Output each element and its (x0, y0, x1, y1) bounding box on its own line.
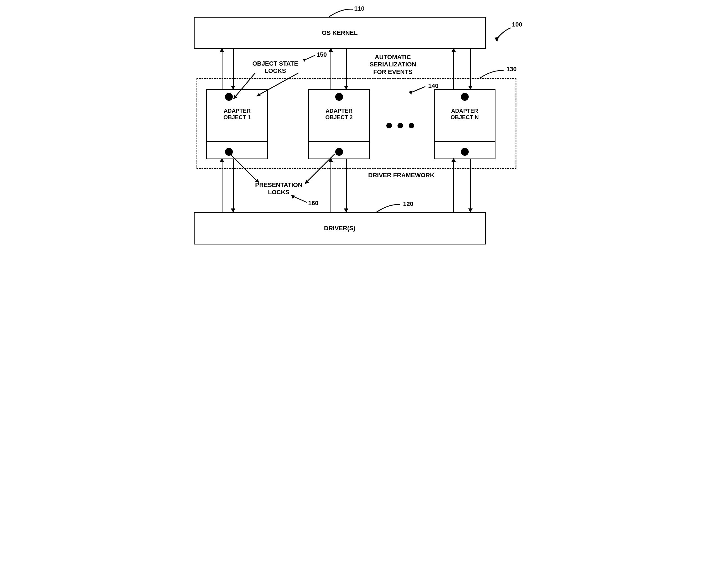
state-lock-dot-2 (335, 93, 343, 101)
ref-100-leader (494, 26, 513, 42)
ref-140: 140 (428, 82, 438, 90)
ref-130: 130 (506, 66, 517, 73)
svg-marker-0 (494, 37, 499, 42)
adapter-1-label: ADAPTER OBJECT 1 (224, 108, 251, 121)
ref-130-leader (479, 69, 506, 80)
serialization-label: AUTOMATIC SERIALIZATION FOR EVENTS (370, 53, 416, 76)
ref-150: 150 (317, 51, 327, 58)
adapter-object-n: ADAPTER OBJECT N (434, 89, 496, 159)
ref-120: 120 (403, 200, 413, 208)
adapter-n-label: ADAPTER OBJECT N (450, 108, 479, 121)
ellipsis-dot (409, 123, 414, 128)
driver-framework-label: DRIVER FRAMEWORK (368, 172, 434, 179)
ref-110-leader (328, 7, 355, 18)
svg-marker-1 (303, 59, 306, 62)
ref-160: 160 (308, 200, 318, 207)
ref-110: 110 (354, 5, 365, 12)
driver-framework-diagram: 100 OS KERNEL 110 AUTOMATIC SERIALIZATIO… (191, 11, 537, 282)
adapter-2-label: ADAPTER OBJECT 2 (325, 108, 353, 121)
state-lock-dot-1 (225, 93, 233, 101)
svg-marker-2 (409, 91, 412, 95)
adapter-object-1: ADAPTER OBJECT 1 (206, 89, 268, 159)
ref-160-leader (290, 194, 310, 205)
ref-100: 100 (512, 21, 522, 28)
ref-140-leader (406, 85, 428, 95)
ellipsis-dot (386, 123, 392, 128)
drivers-label: DRIVER(S) (324, 225, 355, 232)
presentation-lock-dot-2 (335, 148, 343, 156)
adapter-object-2: ADAPTER OBJECT 2 (308, 89, 370, 159)
state-lock-dot-n (461, 93, 469, 101)
os-kernel-box: OS KERNEL (194, 17, 486, 49)
drivers-box: DRIVER(S) (194, 212, 486, 244)
ref-120-leader (375, 202, 403, 214)
ellipsis-dot (398, 123, 403, 128)
presentation-lock-dot-n (461, 148, 469, 156)
object-state-locks-label: OBJECT STATE LOCKS (252, 60, 298, 75)
os-kernel-label: OS KERNEL (322, 29, 357, 36)
ref-150-leader (300, 52, 317, 62)
